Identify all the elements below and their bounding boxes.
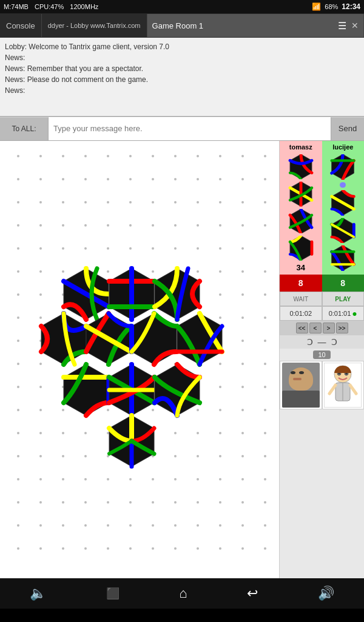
svg-point-29	[129, 201, 132, 203]
svg-point-214	[241, 547, 244, 550]
clock: 12:34	[342, 2, 360, 11]
tab-gameroom[interactable]: Game Room 1 ☰ ✕	[147, 14, 364, 37]
message-bar: To ALL: Send	[0, 117, 364, 141]
svg-point-39	[84, 224, 87, 227]
svg-point-22	[241, 178, 244, 180]
player-score-tomasz: 34	[297, 263, 305, 272]
svg-point-20	[197, 178, 199, 180]
nav-recent-icon[interactable]: ⬛	[106, 587, 120, 600]
tile-lucijee-3	[328, 218, 357, 244]
send-button[interactable]: Send	[331, 117, 364, 140]
status-left: M:74MB CPU:47% 1200MHz	[4, 3, 98, 10]
svg-point-34	[241, 201, 244, 203]
tile-lucijee-4	[328, 245, 357, 271]
tile-tomasz-3	[286, 209, 315, 234]
wifi-icon: 📶	[312, 2, 321, 11]
tile-lucijee-2	[328, 190, 357, 216]
svg-point-3	[84, 155, 87, 157]
svg-point-49	[39, 247, 42, 250]
nav-sound-icon[interactable]: 🔊	[318, 586, 334, 601]
score-badge-tomasz: 8	[280, 275, 322, 292]
svg-point-45	[219, 224, 221, 227]
score-row: 8 8	[280, 275, 364, 292]
avatar-lucijee	[322, 361, 365, 409]
svg-point-144	[17, 432, 19, 434]
svg-point-54	[152, 247, 154, 250]
player-name-tomasz: tomasz	[289, 143, 312, 151]
ctrl-last[interactable]: >>	[336, 323, 348, 333]
svg-point-191	[264, 501, 266, 504]
to-all-button[interactable]: To ALL:	[0, 117, 49, 140]
nav-back-icon[interactable]: ↩	[247, 586, 258, 601]
svg-point-107	[264, 340, 266, 342]
tab-lobby[interactable]: ddyer - Lobby www.Tantrix.com	[42, 14, 147, 37]
svg-point-1	[39, 155, 42, 157]
player-name-lucijee: lucijee	[332, 143, 353, 151]
svg-point-31	[174, 201, 177, 203]
svg-point-32	[197, 201, 199, 203]
svg-point-7	[174, 155, 177, 157]
nav-home-icon[interactable]: ⌂	[179, 586, 187, 601]
tab-console[interactable]: Console	[0, 14, 42, 37]
svg-point-96	[17, 340, 19, 342]
svg-point-84	[17, 316, 19, 319]
svg-point-12	[17, 178, 19, 180]
svg-point-60	[17, 270, 19, 273]
svg-point-131	[264, 386, 266, 388]
player-dot-lucijee	[340, 182, 346, 188]
svg-point-180	[17, 501, 19, 504]
svg-point-10	[241, 155, 244, 157]
svg-point-26	[62, 201, 64, 203]
svg-point-71	[264, 270, 266, 273]
svg-point-155	[264, 432, 266, 434]
svg-point-5	[129, 155, 132, 157]
svg-point-47	[264, 224, 266, 227]
svg-point-2	[62, 155, 64, 157]
svg-point-168	[17, 478, 19, 480]
tab-close-icon[interactable]: ✕	[351, 21, 359, 30]
cartoon-svg	[325, 363, 361, 407]
chat-line-2: News: Remember that you are a spectator.	[5, 63, 359, 74]
status-bar: M:74MB CPU:47% 1200MHz 📶 68% 12:34	[0, 0, 364, 13]
ctrl-first[interactable]: <<	[296, 323, 308, 333]
svg-point-23	[264, 178, 266, 180]
timer-row: 0:01:02 0:01:01 ●	[280, 306, 364, 321]
svg-point-30	[152, 201, 154, 203]
message-input[interactable]	[49, 117, 331, 140]
svg-point-211	[174, 547, 177, 550]
ctrl-prev[interactable]: <	[309, 323, 322, 333]
svg-point-38	[62, 224, 64, 227]
chat-area: Lobby: Welcome to Tantrix game client, v…	[0, 38, 364, 117]
svg-point-36	[17, 224, 19, 227]
svg-point-28	[107, 201, 109, 203]
ctrl-next[interactable]: >	[323, 323, 335, 333]
svg-point-57	[219, 247, 221, 250]
hex-tiles	[30, 262, 243, 536]
undo-symbol-3: Ↄ	[331, 337, 337, 347]
nav-volume-icon[interactable]: 🔈	[30, 586, 46, 601]
svg-point-51	[84, 247, 87, 250]
hamburger-icon[interactable]: ☰	[338, 20, 346, 32]
svg-point-53	[129, 247, 132, 250]
svg-point-44	[197, 224, 199, 227]
undo-symbol-2: —	[318, 337, 326, 347]
freq-stat: 1200MHz	[70, 3, 98, 10]
svg-point-50	[62, 247, 64, 250]
svg-point-43	[174, 224, 177, 227]
chat-line-4: News:	[5, 85, 359, 96]
svg-line-245	[350, 385, 356, 394]
timer-lucijee: 0:01:01 ●	[322, 306, 365, 321]
svg-marker-224	[64, 364, 109, 415]
tab-menu: ☰ ✕	[338, 20, 359, 32]
status-play: PLAY	[322, 292, 365, 306]
svg-point-37	[39, 224, 42, 227]
avatar-photo-tomasz	[282, 363, 320, 408]
svg-point-35	[264, 201, 266, 203]
svg-point-212	[197, 547, 199, 550]
svg-point-0	[17, 155, 19, 157]
svg-marker-222	[132, 313, 177, 364]
svg-point-18	[152, 178, 154, 180]
svg-point-19	[174, 178, 177, 180]
svg-point-4	[107, 155, 109, 157]
svg-point-41	[129, 224, 132, 227]
